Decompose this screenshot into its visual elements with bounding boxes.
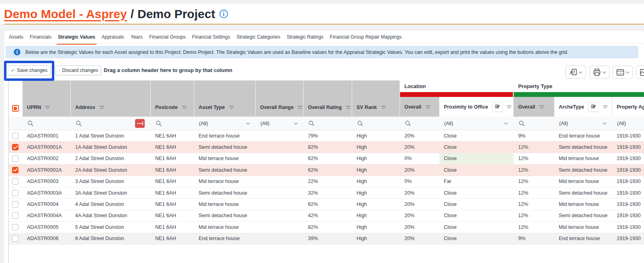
- filter-cell-address[interactable]: [71, 117, 151, 130]
- row-select-cell[interactable]: [8, 164, 23, 175]
- row-checkbox[interactable]: [12, 167, 18, 173]
- cell-property_age[interactable]: 1919-1930: [612, 164, 644, 175]
- row-checkbox[interactable]: [12, 178, 18, 185]
- column-header-uprn[interactable]: UPRN: [23, 80, 71, 117]
- row-select-cell[interactable]: [8, 199, 23, 210]
- filter-dropdown-value[interactable]: (All): [617, 121, 626, 126]
- filter-icon[interactable]: [425, 105, 431, 109]
- save-changes-button[interactable]: Save changes: [8, 66, 51, 75]
- filter-cell-asset_type[interactable]: (All): [194, 117, 256, 130]
- cell-archetype[interactable]: Mid terrace house: [554, 153, 612, 164]
- cell-proximity[interactable]: Close: [439, 199, 514, 210]
- filter-dropdown-value[interactable]: (All): [260, 121, 269, 126]
- tab-financial-group-repair-mappings[interactable]: Financial Group Repair Mappings: [330, 34, 402, 40]
- cell-proximity[interactable]: Close: [439, 222, 514, 232]
- tab-strategic-values[interactable]: Strategic Values: [57, 34, 96, 40]
- filter-cell-property_age[interactable]: (All): [612, 117, 644, 130]
- filter-icon[interactable]: [603, 105, 608, 109]
- table-row[interactable]: ADASTR00055 Adal Street DunstonNE1 6AHMi…: [8, 222, 644, 233]
- cell-archetype[interactable]: Semi detached house: [554, 187, 612, 198]
- cell-archetype[interactable]: Mid terrace house: [554, 222, 612, 232]
- tab-assets[interactable]: Assets: [8, 34, 24, 40]
- group-header-property-type[interactable]: Property Type: [514, 80, 644, 97]
- row-checkbox[interactable]: [12, 201, 18, 208]
- filter-icon[interactable]: [99, 106, 105, 109]
- table-row[interactable]: ADASTR0001A1A Adal Street DunstonNE1 6AH…: [8, 142, 644, 153]
- cell-archetype[interactable]: Mid terrace house: [554, 176, 612, 187]
- table-row[interactable]: ADASTR00044 Adal Street DunstonNE1 6AHMi…: [8, 199, 644, 210]
- row-select-cell[interactable]: [8, 153, 23, 164]
- filter-dropdown-value[interactable]: (All): [559, 121, 568, 126]
- cell-proximity[interactable]: Close: [439, 210, 514, 221]
- row-select-cell[interactable]: [8, 233, 23, 244]
- row-checkbox[interactable]: [12, 155, 18, 162]
- cell-proximity[interactable]: Close: [439, 130, 514, 141]
- column-header-asset_type[interactable]: Asset Type: [194, 80, 256, 117]
- cell-archetype[interactable]: Semi detached house: [554, 164, 612, 175]
- project-info-icon[interactable]: [219, 9, 228, 18]
- filter-icon[interactable]: [297, 106, 303, 109]
- cell-archetype[interactable]: Semi detached house: [554, 142, 612, 152]
- filter-dropdown-value[interactable]: (All): [199, 121, 208, 126]
- column-header-archetype[interactable]: ArcheType: [554, 97, 612, 117]
- row-select-cell[interactable]: [8, 222, 23, 232]
- column-header-sv_rank[interactable]: SV Rank: [352, 80, 400, 117]
- row-checkbox[interactable]: [12, 190, 18, 196]
- row-checkbox[interactable]: [12, 224, 18, 230]
- table-row[interactable]: ADASTR0002A2A Adal Street DunstonNE1 6AH…: [8, 164, 644, 176]
- table-row[interactable]: ADASTR00022 Adal Street DunstonNE1 6AHMi…: [8, 153, 644, 164]
- filter-cell-proximity[interactable]: (All): [439, 117, 514, 130]
- row-select-cell[interactable]: [8, 142, 23, 152]
- cell-property_age[interactable]: 1919-1930: [612, 130, 644, 141]
- column-header-loc_overall[interactable]: Overall: [400, 97, 439, 117]
- filter-cell-sv_rank[interactable]: [352, 117, 400, 130]
- filter-cell-overall_range[interactable]: (All): [256, 117, 304, 130]
- filter-cell-pt_overall[interactable]: [514, 117, 554, 130]
- cell-property_age[interactable]: 1919-1930: [612, 153, 644, 164]
- column-header-postcode[interactable]: Postcode: [151, 80, 194, 117]
- column-header-overall_range[interactable]: Overall Range: [256, 80, 304, 117]
- model-link[interactable]: Demo Model - Asprey: [4, 7, 127, 21]
- tab-financial-settings[interactable]: Financial Settings: [192, 34, 231, 40]
- cell-archetype[interactable]: Mid terrace house: [554, 199, 612, 210]
- table-row[interactable]: ADASTR00033 Adal Street DunstonNE1 6AHMi…: [8, 176, 644, 187]
- row-select-cell[interactable]: [8, 187, 23, 198]
- table-row[interactable]: ADASTR00066 Adal Street DunstonNE1 6AHEn…: [8, 233, 644, 245]
- filter-icon[interactable]: [45, 106, 50, 109]
- cell-property_age[interactable]: 1919-1930: [612, 233, 644, 244]
- cell-archetype[interactable]: End terrace house: [554, 130, 612, 141]
- select-all-checkbox[interactable]: [12, 105, 19, 112]
- row-checkbox[interactable]: [12, 212, 18, 219]
- tab-appraisals[interactable]: Appraisals: [101, 34, 125, 40]
- tab-strategic-categories[interactable]: Strategic Categories: [236, 34, 281, 40]
- filter-icon[interactable]: [346, 106, 351, 109]
- chevron-down-icon[interactable]: [246, 122, 250, 125]
- cell-archetype[interactable]: End terrace house: [554, 233, 612, 244]
- filter-icon[interactable]: [229, 106, 234, 109]
- row-checkbox[interactable]: [12, 235, 18, 242]
- table-row[interactable]: ADASTR0003A3A Adal Street DunstonNE1 6AH…: [8, 187, 644, 199]
- chevron-down-icon[interactable]: [603, 122, 607, 125]
- row-select-cell[interactable]: [8, 130, 23, 141]
- column-header-overall_rating[interactable]: Overall Rating: [304, 80, 352, 117]
- filter-icon[interactable]: [182, 106, 187, 109]
- filter-icon[interactable]: [539, 105, 544, 109]
- tab-financial-groups[interactable]: Financial Groups: [149, 34, 186, 40]
- row-select-cell[interactable]: [8, 176, 23, 187]
- filter-icon[interactable]: [381, 106, 386, 109]
- cell-property_age[interactable]: 1919-1930: [612, 176, 644, 187]
- filter-dropdown-value[interactable]: (All): [444, 121, 453, 126]
- filter-options-button[interactable]: [135, 119, 145, 128]
- column-header-pt_overall[interactable]: Overall: [514, 97, 554, 117]
- cell-property_age[interactable]: 1919-1930: [612, 210, 644, 221]
- filter-icon[interactable]: [507, 105, 512, 109]
- column-header-address[interactable]: Address: [71, 80, 151, 117]
- row-checkbox[interactable]: [12, 144, 18, 150]
- filter-cell-uprn[interactable]: [23, 117, 71, 130]
- cell-proximity[interactable]: Close: [439, 153, 514, 164]
- cell-proximity[interactable]: Close: [439, 233, 514, 244]
- column-header-property_age[interactable]: Property Age: [612, 97, 644, 117]
- column-header-proximity[interactable]: Proximity to Office: [439, 97, 514, 117]
- cell-proximity[interactable]: Close: [439, 164, 514, 175]
- chevron-down-icon[interactable]: [504, 122, 508, 125]
